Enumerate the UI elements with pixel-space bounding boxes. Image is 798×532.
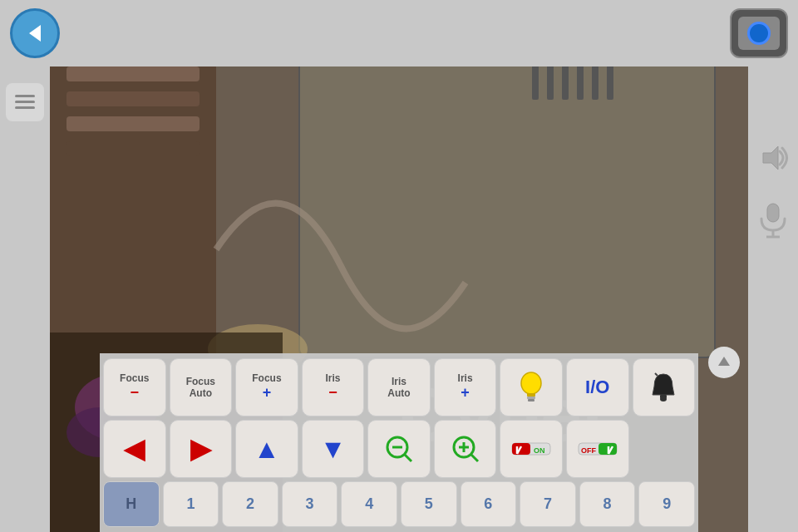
toggle-on-button[interactable]: OFF (566, 420, 629, 478)
bulb-icon (517, 371, 545, 404)
toggle-on-icon: OFF (577, 436, 618, 461)
arrow-up-icon: ▲ (254, 433, 280, 465)
num-1-label: 1 (186, 495, 195, 513)
toggle-off-button[interactable]: ON (500, 420, 563, 478)
arrow-left-icon: ◀ (124, 433, 145, 465)
bell-icon (649, 372, 677, 403)
svg-rect-2 (15, 106, 35, 109)
num-6-label: 6 (484, 495, 492, 513)
right-sidebar (748, 0, 798, 532)
svg-rect-11 (66, 66, 200, 81)
zoom-out-icon (384, 434, 414, 464)
svg-marker-3 (763, 146, 778, 170)
arrow-right-button[interactable]: ▶ (170, 420, 233, 478)
svg-text:OFF: OFF (581, 446, 596, 455)
iris-plus-button[interactable]: Iris + (434, 358, 497, 416)
control-row-1: Focus − Focus Auto Focus + Iris − Iris (103, 358, 695, 416)
iris-plus-label: Iris (458, 372, 473, 384)
svg-rect-30 (527, 397, 535, 399)
back-button[interactable] (10, 8, 60, 58)
svg-line-37 (405, 455, 411, 461)
svg-text:ON: ON (534, 446, 545, 455)
svg-rect-0 (15, 95, 35, 97)
arrow-up-button[interactable]: ▲ (235, 420, 298, 478)
svg-rect-1 (15, 101, 35, 103)
num-8-label: 8 (603, 495, 612, 513)
num-5-label: 5 (425, 495, 433, 513)
num-h-button[interactable]: H (103, 481, 160, 527)
left-sidebar (0, 0, 50, 532)
arrow-right-icon: ▶ (190, 433, 211, 465)
iris-auto-button[interactable]: Iris Auto (367, 358, 431, 416)
record-mode-button[interactable] (730, 8, 788, 58)
iris-label1: Iris (325, 372, 340, 384)
arrow-down-icon: ▼ (320, 433, 347, 465)
toggle-off-icon: ON (510, 436, 552, 461)
num-2-label: 2 (246, 495, 254, 513)
arrow-down-button[interactable]: ▼ (302, 420, 365, 478)
svg-marker-52 (718, 357, 730, 366)
arrow-left-button[interactable]: ◀ (103, 420, 166, 478)
num-9-label: 9 (663, 495, 671, 513)
focus-auto-label1: Focus (186, 376, 215, 387)
control-panel: Focus − Focus Auto Focus + Iris − Iris (100, 353, 698, 532)
svg-rect-16 (299, 25, 715, 357)
top-bar (0, 0, 798, 66)
zoom-in-icon (451, 434, 480, 464)
num-4-label: 4 (365, 495, 373, 513)
num-3-label: 3 (306, 495, 314, 513)
speaker-icon[interactable] (752, 137, 794, 179)
num-5-button[interactable]: 5 (401, 481, 457, 527)
focus-minus-button[interactable]: Focus − (103, 358, 166, 416)
io-button[interactable]: I/O (566, 358, 629, 416)
iris-auto-label1: Iris (392, 376, 406, 387)
focus-minus-label: Focus (120, 372, 149, 384)
svg-rect-4 (767, 204, 779, 222)
num-2-button[interactable]: 2 (222, 481, 278, 527)
focus-plus-button[interactable]: Focus + (235, 358, 298, 416)
focus-auto-label2: Auto (190, 387, 212, 399)
mic-icon[interactable] (752, 200, 794, 241)
num-8-button[interactable]: 8 (579, 481, 636, 527)
svg-marker-53 (29, 25, 41, 42)
svg-line-34 (655, 373, 658, 376)
svg-rect-29 (527, 393, 535, 397)
svg-rect-14 (66, 141, 200, 156)
focus-plus-sign: + (263, 384, 272, 402)
num-h-label: H (126, 495, 136, 513)
num-3-button[interactable]: 3 (282, 481, 338, 527)
num-1-button[interactable]: 1 (163, 481, 219, 527)
svg-point-28 (521, 372, 541, 394)
iris-plus-sign: + (461, 384, 470, 402)
num-4-button[interactable]: 4 (341, 481, 397, 527)
svg-line-41 (471, 455, 478, 461)
svg-rect-12 (66, 91, 200, 106)
zoom-in-button[interactable] (434, 420, 497, 478)
menu-icon[interactable] (6, 83, 44, 121)
svg-rect-31 (528, 399, 534, 401)
iris-minus-button[interactable]: Iris − (302, 358, 365, 416)
device-frame: Cyber 2010-11-03 10:36:16 Focus − Focus (0, 0, 798, 532)
number-row: H 1 2 3 4 5 6 (103, 481, 695, 527)
viewport-area: Cyber 2010-11-03 10:36:16 Focus − Focus (50, 0, 748, 532)
control-row-2: ◀ ▶ ▲ ▼ (103, 420, 695, 478)
io-label: I/O (585, 377, 609, 398)
iris-auto-label2: Auto (387, 387, 410, 399)
iris-minus-sign: − (328, 384, 337, 402)
scroll-up-button[interactable] (708, 347, 740, 378)
num-7-button[interactable]: 7 (520, 481, 576, 527)
svg-rect-13 (66, 116, 200, 131)
svg-point-33 (660, 397, 667, 401)
focus-auto-button[interactable]: Focus Auto (170, 358, 233, 416)
num-7-label: 7 (544, 495, 552, 513)
bell-button[interactable] (633, 358, 696, 416)
num-6-button[interactable]: 6 (461, 481, 517, 527)
bulb-button[interactable] (500, 358, 563, 416)
num-9-button[interactable]: 9 (638, 481, 695, 527)
focus-minus-sign: − (131, 384, 140, 402)
svg-rect-43 (512, 443, 530, 455)
zoom-out-button[interactable] (367, 420, 431, 478)
focus-plus-label: Focus (252, 372, 281, 384)
